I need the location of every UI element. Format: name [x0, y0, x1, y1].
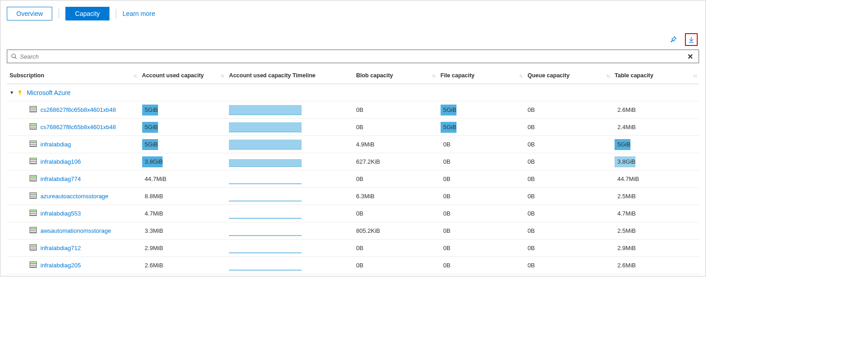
sort-icon: ↑↓ [134, 73, 137, 78]
storage-account-icon [30, 227, 37, 233]
sort-icon: ↑↓ [606, 73, 609, 78]
download-button[interactable] [685, 33, 698, 46]
storage-account-link[interactable]: infralabdiag712 [40, 245, 81, 251]
pin-icon [669, 35, 677, 44]
capacity-bar-cell: 0B [441, 208, 451, 219]
search-box[interactable]: ✕ [7, 50, 699, 63]
table-row: infralabdiag5534.7MiB0B0B0B4.7MiB [7, 205, 699, 222]
learn-more-link[interactable]: Learn more [123, 10, 155, 17]
sort-icon: ↑↓ [220, 73, 223, 78]
capacity-bar-cell: 2.5MiB [615, 226, 635, 236]
cell-timeline [226, 226, 353, 236]
svg-rect-26 [30, 195, 36, 196]
svg-rect-14 [30, 143, 36, 144]
cell-queue: 0B [525, 106, 612, 113]
svg-rect-17 [30, 158, 36, 160]
capacity-bar-cell: 3.8GiB [142, 156, 163, 167]
cell-file: 5GiB [438, 105, 525, 115]
timeline-sparkline [229, 157, 302, 167]
storage-account-link[interactable]: infralabdiag106 [40, 158, 81, 165]
search-input[interactable] [17, 53, 685, 60]
col-header-queue[interactable]: Queue capacity ↑↓ [525, 72, 612, 79]
cell-table: 44.7MiB [612, 174, 699, 185]
tab-capacity[interactable]: Capacity [65, 7, 109, 20]
cell-account: cs768627f8c65b8x4601xb48 [7, 123, 139, 131]
storage-account-link[interactable]: azureautoacctomsstorage [40, 193, 109, 200]
storage-account-link[interactable]: infralabdiag205 [40, 262, 81, 269]
cell-queue: 0B [525, 141, 612, 148]
cell-account: infralabdiag774 [7, 175, 139, 183]
col-header-subscription[interactable]: Subscription ↑↓ [7, 72, 139, 79]
svg-rect-9 [30, 124, 36, 125]
svg-rect-41 [30, 262, 36, 263]
svg-rect-6 [30, 108, 36, 110]
table-row: infralabdiag77444.7MiB0B0B0B44.7MiB [7, 170, 699, 188]
cell-blob: 627.2KiB [353, 158, 438, 165]
cell-file: 0B [438, 260, 525, 271]
svg-rect-2 [20, 92, 20, 95]
capacity-bar-cell: 2.4MiB [615, 122, 635, 133]
subscription-group-row[interactable]: ▼ Microsoft Azure [7, 84, 699, 101]
svg-rect-30 [30, 212, 36, 213]
svg-rect-37 [30, 245, 36, 246]
svg-rect-18 [30, 160, 36, 161]
svg-rect-29 [30, 210, 36, 211]
cell-table: 2.6MiB [612, 260, 699, 271]
svg-rect-25 [30, 193, 36, 194]
svg-rect-15 [30, 145, 36, 146]
cell-timeline [226, 261, 353, 271]
cell-queue: 0B [525, 176, 612, 182]
svg-rect-7 [30, 110, 36, 111]
col-header-blob[interactable]: Blob capacity ↑↓ [353, 72, 438, 79]
col-header-timeline: Account used capacity Timeline [226, 72, 353, 79]
svg-rect-3 [20, 94, 21, 94]
timeline-sparkline [229, 105, 302, 115]
storage-account-link[interactable]: cs768627f8c65b8x4601xb48 [40, 124, 116, 130]
capacity-bar-cell: 0B [441, 139, 451, 150]
cell-blob: 0B [353, 210, 438, 217]
col-header-account-used[interactable]: Account used capacity ↑↓ [139, 72, 227, 79]
cell-table: 2.5MiB [612, 226, 699, 236]
cell-queue: 0B [525, 245, 612, 251]
col-header-file[interactable]: File capacity ↑↓ [438, 72, 525, 79]
cell-account: azureautoacctomsstorage [7, 192, 139, 200]
cell-queue: 0B [525, 262, 612, 269]
cell-timeline [226, 157, 353, 167]
svg-rect-22 [30, 177, 36, 179]
storage-account-link[interactable]: infralabdiag774 [40, 176, 81, 182]
capacity-bar-cell: 3.3MiB [142, 226, 163, 236]
table-row: cs768627f8c65b8x4601xb485GiB0B5GiB0B2.4M… [7, 119, 699, 136]
storage-account-link[interactable]: infralabdiag [40, 141, 71, 148]
table-header-row: Subscription ↑↓ Account used capacity ↑↓… [7, 67, 699, 84]
svg-rect-5 [30, 106, 36, 108]
tab-overview[interactable]: Overview [7, 7, 52, 20]
sort-icon: ↑↓ [432, 73, 435, 78]
storage-account-icon [30, 140, 37, 147]
capacity-bar-cell: 0B [441, 156, 451, 167]
svg-rect-33 [30, 227, 36, 229]
cell-used: 2.9MiB [139, 243, 227, 254]
cell-file: 0B [438, 156, 525, 167]
clear-search-button[interactable]: ✕ [685, 52, 695, 61]
cell-table: 3.8GiB [612, 156, 699, 167]
col-header-table[interactable]: Table capacity ↑↓ [612, 72, 699, 79]
tab-separator [116, 9, 116, 19]
pin-button[interactable] [667, 33, 680, 46]
action-bar [7, 33, 699, 46]
capacity-bar-cell: 2.9MiB [615, 243, 635, 254]
storage-account-icon [30, 106, 37, 112]
cell-used: 5GiB [139, 139, 227, 150]
storage-account-icon [30, 175, 37, 181]
table-row: azureautoacctomsstorage8.8MiB6.3MiB0B0B2… [7, 188, 699, 205]
storage-account-link[interactable]: cs268627f8c65b8x4601xb48 [40, 106, 116, 113]
cell-account: infralabdiag553 [7, 210, 139, 217]
capacity-bar-cell: 2.5MiB [615, 191, 635, 202]
cell-file: 0B [438, 243, 525, 254]
timeline-sparkline [229, 122, 302, 132]
storage-account-link[interactable]: infralabdiag553 [40, 210, 81, 217]
table-row: infralabdiag7122.9MiB0B0B0B2.9MiB [7, 240, 699, 257]
cell-timeline [226, 122, 353, 132]
cell-timeline [226, 174, 353, 184]
storage-account-link[interactable]: awsautomationomsstorage [40, 227, 111, 234]
cell-blob: 0B [353, 262, 438, 269]
